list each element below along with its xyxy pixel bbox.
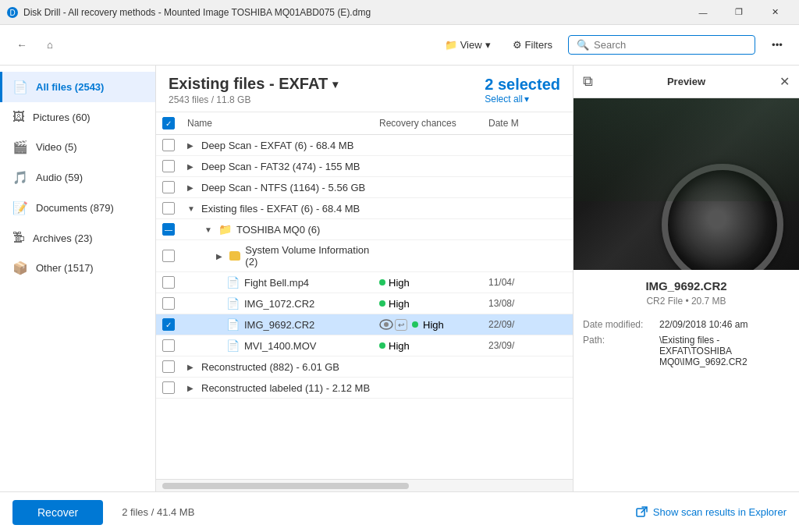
recovery-text: High	[423, 319, 444, 331]
table-row[interactable]: 📄 IMG_1072.CR2 High 13/08/	[156, 293, 573, 314]
table-row[interactable]: — ▼ 📁 TOSHIBA MQ0 (6)	[156, 219, 573, 240]
sidebar-item-all-files[interactable]: 📄 All files (2543)	[0, 72, 155, 102]
expand-icon[interactable]: ▶	[187, 162, 197, 171]
row-recovery: High	[379, 298, 488, 310]
table-row[interactable]: ▶ Reconstructed labeled (11) - 2.12 MB	[156, 378, 573, 399]
row-name: 📄 Fight Bell.mp4	[187, 276, 379, 289]
row-recovery: High	[379, 340, 488, 352]
filters-label: Filters	[525, 39, 552, 51]
home-button[interactable]: ⌂	[37, 33, 62, 58]
restore-button[interactable]: ❐	[721, 0, 757, 25]
file-list-container[interactable]: ✓ Name Recovery chances Date M ▶ Deep Sc…	[156, 112, 573, 479]
expand-icon[interactable]: ▶	[187, 141, 197, 150]
content-header-top: Existing files - EXFAT ▾ 2543 files / 11…	[169, 75, 560, 105]
sidebar-item-documents[interactable]: 📝 Documents (879)	[0, 193, 155, 223]
file-icon: 📄	[226, 297, 240, 310]
file-name-text: MVI_1400.MOV	[244, 340, 317, 352]
close-button[interactable]: ✕	[757, 0, 793, 25]
expand-icon[interactable]: ▶	[187, 384, 197, 392]
view-button[interactable]: 📁 View ▾	[439, 36, 497, 54]
recovery-dot	[379, 300, 385, 307]
recovery-text: High	[389, 340, 410, 352]
app-icon: D	[6, 6, 19, 19]
search-box[interactable]: 🔍	[568, 35, 755, 55]
table-row[interactable]: 📄 Fight Bell.mp4 High 11/04/	[156, 272, 573, 293]
file-name-text: TOSHIBA MQ0 (6)	[236, 224, 320, 236]
folder-icon: 📁	[218, 223, 232, 236]
select-all-button[interactable]: Select all ▾	[485, 94, 529, 105]
select-all-checkbox[interactable]: ✓	[162, 117, 175, 129]
main-layout: 📄 All files (2543) 🖼 Pictures (60) 🎬 Vid…	[0, 66, 799, 491]
file-name-text: Deep Scan - FAT32 (474) - 155 MB	[201, 161, 360, 172]
sidebar-item-audio[interactable]: 🎵 Audio (59)	[0, 162, 155, 193]
show-in-explorer-button[interactable]: Show scan results in Explorer	[636, 506, 787, 519]
back-icon: ←	[16, 39, 27, 51]
section-title-text: Existing files - EXFAT	[169, 75, 328, 93]
row-name: 📄 IMG_9692.CR2	[187, 318, 379, 331]
dropdown-arrow-icon[interactable]: ▾	[332, 78, 338, 90]
horizontal-scrollbar[interactable]	[156, 479, 573, 491]
file-name-text: IMG_1072.CR2	[244, 298, 314, 310]
expand-icon[interactable]: ▶	[187, 183, 197, 192]
row-name: 📄 MVI_1400.MOV	[187, 339, 379, 352]
search-icon: 🔍	[577, 39, 589, 51]
sidebar-item-pictures[interactable]: 🖼 Pictures (60)	[0, 102, 155, 132]
table-row[interactable]: ▶ Deep Scan - NTFS (1164) - 5.56 GB	[156, 177, 573, 198]
expand-icon[interactable]: ▼	[187, 204, 197, 213]
row-checkbox[interactable]	[162, 381, 175, 394]
scrollbar-thumb[interactable]	[162, 483, 409, 489]
recovery-dot	[379, 342, 385, 349]
table-row[interactable]: ▼ Existing files - EXFAT (6) - 68.4 MB	[156, 198, 573, 219]
documents-icon: 📝	[12, 200, 28, 215]
row-checkbox[interactable]	[162, 360, 175, 373]
selected-count: 2 selected	[485, 76, 560, 94]
sidebar-item-other[interactable]: 📦 Other (1517)	[0, 253, 155, 283]
file-name-text: Deep Scan - EXFAT (6) - 68.4 MB	[201, 140, 353, 151]
preview-close-button[interactable]: ✕	[779, 74, 790, 89]
row-checkbox[interactable]: ✓	[162, 318, 175, 331]
titlebar: D Disk Drill - All recovery methods - Mo…	[0, 0, 799, 25]
header-left: Existing files - EXFAT ▾ 2543 files / 11…	[169, 75, 338, 105]
row-name: 📄 IMG_1072.CR2	[187, 297, 379, 310]
filters-button[interactable]: ⚙ Filters	[506, 36, 559, 54]
sidebar-item-label: Other (1517)	[36, 262, 94, 274]
row-checkbox-area	[162, 297, 187, 310]
table-row[interactable]: ✓ 📄 IMG_9692.CR2 ↩	[156, 314, 573, 335]
table-row[interactable]: ▶ System Volume Information (2)	[156, 240, 573, 272]
window-controls: — ❐ ✕	[685, 0, 793, 25]
search-input[interactable]	[594, 39, 747, 51]
more-button[interactable]: •••	[765, 33, 790, 58]
row-checkbox[interactable]	[162, 181, 175, 193]
sidebar-item-video[interactable]: 🎬 Video (5)	[0, 132, 155, 162]
more-icon: •••	[772, 39, 783, 51]
explorer-label: Show scan results in Explorer	[653, 506, 787, 518]
row-checkbox[interactable]	[162, 202, 175, 215]
sidebar-item-label: Documents (879)	[36, 202, 114, 214]
back-button[interactable]: ←	[9, 33, 34, 58]
table-row[interactable]: ▶ Deep Scan - FAT32 (474) - 155 MB	[156, 156, 573, 177]
table-row[interactable]: 📄 MVI_1400.MOV High 23/09/	[156, 335, 573, 356]
sidebar-item-label: Archives (23)	[33, 232, 93, 244]
row-checkbox[interactable]	[162, 250, 175, 262]
row-checkbox[interactable]	[162, 160, 175, 172]
row-checkbox[interactable]	[162, 276, 175, 289]
row-checkbox[interactable]	[162, 297, 175, 310]
minimize-button[interactable]: —	[685, 0, 721, 25]
row-checkbox[interactable]: —	[162, 223, 175, 236]
sidebar-item-archives[interactable]: 🗜 Archives (23)	[0, 223, 155, 253]
recovery-column-header: Recovery chances	[379, 118, 488, 129]
copy-to-clipboard-button[interactable]: ⧉	[583, 73, 593, 90]
expand-icon[interactable]: ▶	[216, 252, 225, 261]
preview-image	[574, 98, 799, 270]
expand-icon[interactable]: ▼	[204, 225, 214, 234]
sidebar-item-label: Pictures (60)	[33, 112, 91, 123]
expand-icon[interactable]: ▶	[187, 363, 197, 371]
table-row[interactable]: ▶ Deep Scan - EXFAT (6) - 68.4 MB	[156, 135, 573, 156]
recover-button[interactable]: Recover	[12, 500, 103, 525]
row-checkbox[interactable]	[162, 139, 175, 151]
svg-text:D: D	[9, 9, 15, 17]
other-icon: 📦	[12, 261, 28, 275]
table-row[interactable]: ▶ Reconstructed (882) - 6.01 GB	[156, 356, 573, 378]
preview-icon[interactable]: ↩	[379, 319, 407, 331]
row-checkbox[interactable]	[162, 339, 175, 352]
